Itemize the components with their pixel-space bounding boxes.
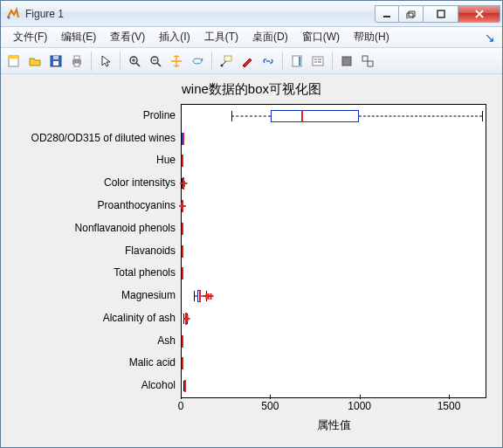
x-axis-label: 属性值 — [181, 417, 486, 433]
menu-window[interactable]: 窗口(W) — [295, 28, 347, 46]
separator — [282, 52, 283, 71]
ylabel: Alcohol — [141, 379, 176, 391]
open-icon[interactable] — [25, 52, 45, 71]
ylabel: Magnesium — [121, 289, 176, 301]
close-button[interactable] — [458, 5, 500, 23]
window-title: Figure 1 — [25, 8, 375, 20]
menu-help[interactable]: 帮助(H) — [347, 28, 396, 46]
xtick: 1000 — [348, 400, 371, 412]
svg-rect-25 — [299, 57, 300, 65]
matlab-icon — [6, 7, 20, 21]
svg-rect-33 — [368, 61, 373, 66]
ylabel: OD280/OD315 of diluted wines — [31, 132, 176, 144]
menu-desktop[interactable]: 桌面(D) — [245, 28, 295, 46]
svg-point-0 — [8, 16, 10, 18]
svg-point-20 — [193, 59, 202, 64]
ylabel: Proline — [143, 109, 176, 121]
insert-legend-icon[interactable] — [308, 52, 327, 71]
ylabel: Alcalinity of ash — [103, 312, 176, 324]
svg-rect-12 — [74, 63, 79, 66]
ylabel: Nonflavanoid phenols — [75, 222, 176, 234]
svg-rect-11 — [74, 56, 79, 59]
figure-window: Figure 1 文件(F) 编辑(E) 查看(V) 插入(I) 工具(T) 桌… — [0, 0, 503, 448]
menu-bar: 文件(F) 编辑(E) 查看(V) 插入(I) 工具(T) 桌面(D) 窗口(W… — [1, 27, 502, 48]
figure-area: wine数据的box可视化图 ProlineOD280/OD315 of dil… — [1, 74, 502, 447]
zoom-out-icon[interactable] — [146, 52, 165, 71]
ylabel: Proanthocyanins — [98, 199, 176, 211]
svg-rect-8 — [53, 61, 59, 65]
svg-rect-26 — [313, 57, 323, 65]
restore-button[interactable] — [399, 5, 424, 23]
menu-edit[interactable]: 编辑(E) — [54, 28, 103, 46]
pointer-icon[interactable] — [96, 52, 115, 71]
svg-rect-32 — [362, 56, 368, 61]
menu-tools[interactable]: 工具(T) — [197, 28, 245, 46]
xtick: 0 — [178, 400, 184, 412]
separator — [120, 52, 121, 71]
ylabel: Ash — [157, 334, 176, 347]
new-figure-icon[interactable] — [4, 52, 24, 71]
separator — [332, 52, 333, 71]
svg-rect-2 — [438, 10, 444, 17]
save-icon[interactable] — [46, 52, 65, 71]
menu-file[interactable]: 文件(F) — [6, 28, 54, 46]
xtick: 1500 — [438, 400, 461, 412]
insert-colorbar-icon[interactable] — [287, 52, 307, 71]
y-category-labels: ProlineOD280/OD315 of diluted winesHueCo… — [6, 104, 181, 398]
show-tools-icon[interactable] — [358, 52, 377, 71]
link-icon[interactable] — [258, 52, 278, 71]
svg-rect-31 — [342, 57, 351, 65]
ylabel: Hue — [156, 154, 176, 166]
toolbar — [1, 48, 502, 74]
svg-rect-21 — [224, 56, 231, 61]
zoom-in-icon[interactable] — [125, 52, 144, 71]
hide-tools-icon[interactable] — [337, 52, 356, 71]
maximize-button[interactable] — [424, 5, 458, 23]
data-cursor-icon[interactable] — [217, 52, 236, 71]
plot-area[interactable] — [181, 104, 486, 398]
brush-icon[interactable] — [238, 52, 257, 71]
separator — [91, 52, 92, 71]
ylabel: Color intensitys — [104, 176, 176, 189]
svg-rect-9 — [53, 56, 59, 59]
rotate3d-icon[interactable] — [188, 52, 207, 71]
plot-title: wine数据的box可视化图 — [6, 81, 497, 98]
menu-insert[interactable]: 插入(I) — [152, 28, 196, 46]
pan-icon[interactable] — [167, 52, 186, 71]
ylabel: Flavanoids — [125, 245, 176, 257]
xtick: 500 — [261, 400, 279, 412]
ylabel: Total phenols — [114, 266, 176, 279]
svg-line-14 — [136, 63, 140, 66]
svg-rect-6 — [9, 56, 18, 59]
svg-point-23 — [221, 64, 224, 66]
axes[interactable]: wine数据的box可视化图 ProlineOD280/OD315 of dil… — [6, 79, 497, 442]
minimize-button[interactable] — [375, 5, 399, 23]
x-ticks: 050010001500 — [181, 400, 486, 416]
title-bar[interactable]: Figure 1 — [1, 1, 502, 27]
svg-line-18 — [157, 63, 161, 66]
window-buttons — [375, 5, 500, 23]
menu-view[interactable]: 查看(V) — [103, 28, 152, 46]
dock-icon[interactable]: ↘ — [483, 31, 497, 45]
print-icon[interactable] — [67, 52, 86, 71]
ylabel: Malic acid — [129, 356, 176, 369]
separator — [211, 52, 212, 71]
